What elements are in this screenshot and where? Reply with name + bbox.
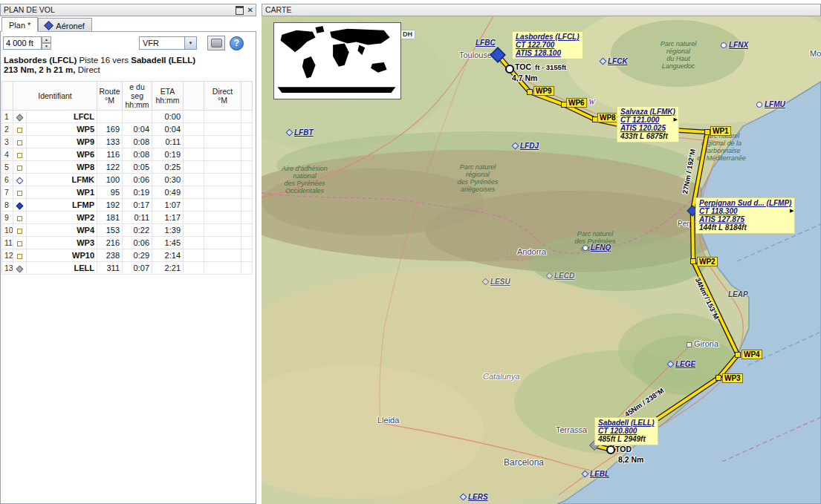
airport-lfbt[interactable]: LFBT [287, 128, 314, 137]
airport-lebl[interactable]: LEBL [583, 470, 609, 478]
map-canvas[interactable]: Parc naturelrégionaldu HautLanguedoc Par… [262, 16, 821, 504]
expand-arrow-icon[interactable]: ▶ [790, 208, 794, 214]
airport-lesu[interactable]: LESU [483, 278, 510, 286]
row-number: 6 [2, 174, 13, 186]
row-number: 9 [2, 212, 13, 224]
direct-value [204, 161, 241, 174]
table-row[interactable]: 4WP61160:080:19 [2, 148, 253, 161]
wp-label-wp3[interactable]: WP3 [722, 373, 743, 383]
airport-lfnx[interactable]: LFNX [721, 41, 748, 49]
tab-plan[interactable]: Plan * [1, 17, 38, 32]
airport-icon [16, 177, 24, 184]
waypoint-id: LFMP [27, 199, 97, 212]
region-catalunya: Catalunya [483, 372, 520, 381]
table-row[interactable]: 1LFCL0:00 [2, 111, 253, 123]
tower-frequency[interactable]: CT 122.700 [516, 41, 580, 49]
wp-label-wp6[interactable]: WP6 [566, 98, 587, 108]
table-row[interactable]: 8LFMP1920:171:07 [2, 199, 253, 212]
direct-value [204, 199, 241, 212]
airport-name[interactable]: Sabadell (LELL) [598, 419, 655, 427]
route-value: 311 [97, 262, 123, 275]
row-number: 4 [2, 148, 13, 161]
header-direct[interactable]: Direct°M [204, 82, 241, 111]
airport-lege[interactable]: LEGE [668, 360, 695, 368]
flight-rules-select[interactable]: VFR ▼ [139, 36, 197, 50]
waypoint-id: WP5 [27, 123, 97, 136]
filler-cell [241, 199, 253, 212]
table-row[interactable]: 9WP21810:111:17 [2, 212, 253, 224]
park-label-narbonnaise: Parc naturelrégional de laNarbonnaiseen … [687, 132, 756, 162]
waypoint-icon-cell [13, 174, 27, 186]
header-identifiant[interactable]: Identifiant [13, 82, 97, 111]
direct-value [204, 186, 241, 199]
table-row[interactable]: 2WP51690:040:04 [2, 123, 253, 136]
filler-cell [241, 123, 253, 136]
gauge-button[interactable] [207, 36, 225, 50]
airport-name[interactable]: Lasbordes (LFCL) [516, 33, 580, 41]
airport-lfnq[interactable]: LFNQ [583, 243, 611, 252]
spinner-down-button[interactable]: ▼ [42, 43, 51, 50]
atis-frequency[interactable]: ATIS 120.025 [620, 124, 675, 132]
eta-value: 1:39 [152, 224, 184, 237]
tab-aeronef-label: Aéronef [56, 22, 85, 30]
wp-label-wp9[interactable]: WP9 [533, 86, 554, 96]
seg-time-value: 0:05 [123, 161, 152, 174]
airport-lfbc[interactable]: LFBC [476, 39, 496, 47]
waypoint-id: LELL [27, 262, 97, 275]
airport-name[interactable]: Salvaza (LFMK) [620, 108, 675, 116]
table-row[interactable]: 3WP91330:080:11 [2, 136, 253, 148]
header-seg-time[interactable]: e du seghh:mm [123, 82, 152, 111]
table-row[interactable]: 7WP1950:190:49 [2, 186, 253, 199]
tower-frequency[interactable]: CT 118.300 [699, 207, 791, 215]
wp-label-wp1[interactable]: WP1 [710, 126, 731, 136]
route-value: 192 [97, 199, 123, 212]
altitude-input[interactable] [3, 36, 42, 50]
table-row[interactable]: 10WP41530:221:39 [2, 224, 253, 237]
airport-info-sabadell[interactable]: Sabadell (LELL) CT 120.800 485ft L 2949f… [594, 417, 658, 445]
airport-icon [721, 42, 727, 48]
close-icon[interactable]: ✕ [247, 7, 253, 14]
row-number: 12 [2, 249, 13, 262]
waypoint-table: Identifiant Route°M e du seghh:mm ETAhh:… [1, 81, 253, 275]
direct-value [204, 212, 241, 224]
row-number: 5 [2, 161, 13, 174]
chevron-down-icon[interactable]: ▼ [184, 37, 196, 49]
world-map-inset[interactable] [273, 22, 401, 99]
waypoint-icon-cell [13, 123, 27, 136]
help-button[interactable]: ? [230, 36, 244, 50]
spinner-up-button[interactable]: ▲ [42, 36, 51, 43]
wp-label-wp8[interactable]: WP8 [597, 113, 618, 122]
airport-info-salvaza[interactable]: Salvaza (LFMK) CT 121.000 ATIS 120.025 4… [617, 106, 679, 143]
wp-label-wp2[interactable]: WP2 [697, 257, 718, 266]
table-row[interactable]: 12WP102380:292:14 [2, 249, 253, 262]
airport-lfdj[interactable]: LFDJ [513, 142, 539, 150]
float-window-icon[interactable] [236, 6, 244, 15]
airport-lers[interactable]: LERS [461, 493, 488, 501]
tower-frequency[interactable]: CT 121.000 [620, 116, 675, 124]
atis-frequency[interactable]: ATIS 128.100 [516, 49, 580, 57]
tower-frequency[interactable]: CT 120.800 [598, 427, 655, 435]
row-number: 7 [2, 186, 13, 199]
header-route[interactable]: Route°M [97, 82, 123, 111]
airport-info-perpignan[interactable]: Perpignan Sud d... (LFMP) CT 118.300 ATI… [695, 197, 795, 234]
header-row-number [2, 82, 13, 111]
table-row[interactable]: 5WP81220:050:25 [2, 161, 253, 174]
table-row[interactable]: 11WP32160:061:45 [2, 237, 253, 249]
airport-lecd[interactable]: LECD [547, 272, 574, 280]
table-row[interactable]: 13LELL3110:072:21 [2, 262, 253, 275]
spacer-cell [184, 262, 204, 275]
city-barcelona: Barcelona [504, 457, 544, 468]
expand-arrow-icon[interactable]: ▶ [674, 117, 678, 122]
wp-label-wp4[interactable]: WP4 [742, 350, 762, 359]
airport-lfck[interactable]: LFCK [600, 57, 628, 65]
airport-leap[interactable]: LEAP [728, 290, 748, 298]
row-number: 1 [2, 111, 13, 123]
header-eta[interactable]: ETAhh:mm [152, 82, 184, 111]
airport-info-lasbordes[interactable]: Lasbordes (LFCL) CT 122.700 ATIS 128.100 [512, 31, 583, 59]
airport-lfmu[interactable]: LFMU [756, 100, 785, 108]
table-row[interactable]: 6LFMK1000:060:30 [2, 174, 253, 186]
tab-aeronef[interactable]: Aéronef [38, 18, 92, 32]
atis-frequency[interactable]: ATIS 127.875 [699, 215, 791, 223]
airport-name[interactable]: Perpignan Sud d... (LFMP) [699, 199, 791, 207]
airport-icon [16, 265, 24, 272]
